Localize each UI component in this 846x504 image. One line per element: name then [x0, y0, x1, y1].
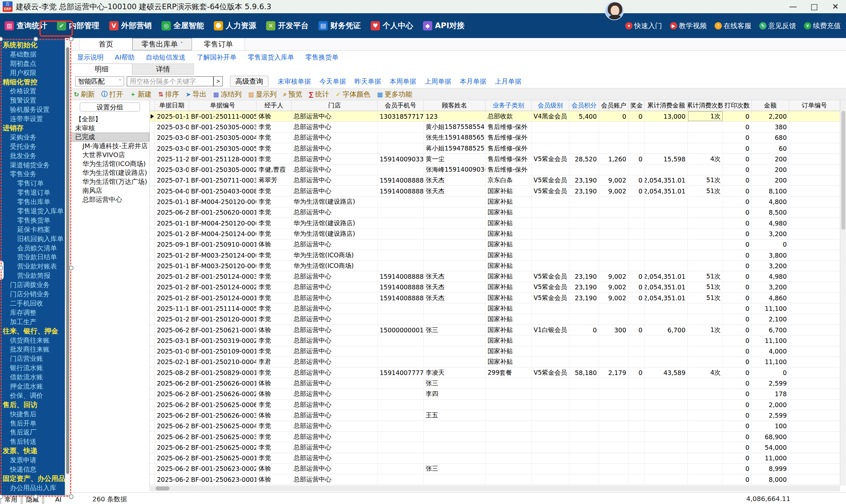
quick-filter-今天单据[interactable]: 今天单据 — [320, 77, 346, 86]
column-header-handler[interactable]: 经手人 — [257, 100, 292, 111]
cell-subcat[interactable] — [486, 410, 532, 420]
horizontal-scrollbar-thumb[interactable] — [156, 486, 170, 490]
cell-date[interactable]: 2025-01-24 — [155, 282, 189, 292]
cell-account[interactable] — [599, 122, 628, 132]
cell-date[interactable]: 2025-06-23 — [155, 464, 189, 474]
cell-bonus[interactable] — [628, 218, 645, 228]
cell-prints[interactable]: 0 — [723, 367, 752, 378]
cell-store[interactable]: 总部运营中心 — [292, 410, 378, 420]
menu-link-support[interactable]: ?在线客服 — [714, 21, 751, 31]
cell-subcat[interactable]: 国家补贴 — [486, 282, 532, 292]
cell-no[interactable]: BF-001-250305-0002 — [189, 164, 257, 175]
cell-store[interactable]: 总部运营中心 — [292, 143, 378, 154]
cell-customer[interactable] — [424, 335, 486, 346]
cell-phone[interactable]: 15914007777 — [378, 367, 424, 378]
table-row[interactable]: 2025-07-11BF-001-250711-0003蒋翠芳总部运营中心159… — [150, 175, 840, 186]
table-row[interactable]: 2025-11-14BF-001-251114-0005李觉总部运营中心国家补贴… — [150, 303, 840, 314]
cell-order_no[interactable] — [789, 260, 840, 271]
cell-account[interactable] — [599, 421, 628, 431]
cell-bonus[interactable] — [628, 122, 645, 132]
cell-level[interactable] — [532, 208, 569, 218]
cell-cum_amount[interactable] — [645, 229, 688, 239]
cell-handler[interactable]: 李觉 — [257, 143, 292, 154]
cell-bonus[interactable] — [628, 421, 645, 431]
menu-item-smart-home[interactable]: ◎全屋智能 — [161, 20, 204, 31]
cell-bonus[interactable] — [628, 143, 645, 154]
cell-cum_times[interactable]: 51次 — [688, 175, 723, 185]
cell-store[interactable]: 总部运营中心 — [292, 239, 378, 250]
cell-account[interactable] — [599, 442, 628, 452]
cell-bonus[interactable]: 0 — [628, 293, 645, 303]
cell-date[interactable]: 2025-08-29 — [155, 367, 189, 378]
cell-store[interactable]: 总部运营中心 — [292, 367, 378, 378]
cell-customer[interactable] — [424, 260, 486, 271]
cell-prints[interactable]: 0 — [723, 453, 752, 463]
cell-points[interactable] — [569, 314, 599, 324]
cell-points[interactable]: 28,520 — [569, 154, 599, 164]
cell-store[interactable]: 华为生活馆(建设路店) — [292, 229, 378, 239]
cell-handler[interactable]: 李觉 — [257, 442, 292, 452]
cell-amount[interactable]: 3,800 — [752, 250, 789, 260]
cell-prints[interactable]: 0 — [723, 421, 752, 431]
cell-bonus[interactable] — [628, 346, 645, 357]
cell-handler[interactable]: 李觉 — [257, 282, 292, 292]
cell-phone[interactable] — [378, 335, 424, 346]
cell-cum_amount[interactable] — [645, 218, 688, 228]
cell-order_no[interactable] — [789, 208, 840, 218]
cell-customer[interactable]: 张天杰 — [424, 282, 486, 292]
cell-phone[interactable] — [378, 143, 424, 154]
cell-no[interactable]: BF-M003-250124-0001 — [189, 250, 257, 260]
cell-subcat[interactable]: 国家补贴 — [486, 335, 532, 346]
column-header-customer[interactable]: 顾客姓名 — [424, 100, 486, 111]
search-go-button[interactable]: > — [213, 76, 223, 86]
cell-store[interactable]: 总部运营中心 — [292, 442, 378, 452]
cell-prints[interactable]: 0 — [723, 314, 752, 324]
column-header-points[interactable]: 会员积分 — [569, 100, 599, 111]
cell-order_no[interactable] — [789, 186, 840, 196]
cell-order_no[interactable] — [789, 293, 840, 303]
cell-store[interactable]: 总部运营中心 — [292, 154, 378, 164]
cell-bonus[interactable] — [628, 314, 645, 324]
cell-order_no[interactable] — [789, 325, 840, 335]
cell-customer[interactable]: 张三 — [424, 464, 486, 474]
cell-bonus[interactable]: 0 — [628, 325, 645, 335]
table-row[interactable]: 2025-06-26BF-001-250626-0002体验总部运营中心李四01… — [150, 389, 840, 399]
cell-handler[interactable]: 李君 — [257, 357, 292, 367]
cell-customer[interactable] — [424, 346, 486, 357]
cell-amount[interactable]: 8,000 — [752, 474, 789, 485]
row-selector-cell[interactable] — [150, 389, 155, 399]
cell-prints[interactable]: 0 — [723, 218, 752, 228]
toolbar-show-columns[interactable]: ▥显示列 — [248, 90, 277, 99]
cell-order_no[interactable] — [789, 442, 840, 452]
cell-cum_times[interactable] — [688, 378, 723, 388]
cell-handler[interactable]: 李觉 — [257, 335, 292, 346]
link-AI帮助[interactable]: AI帮助 — [115, 53, 135, 62]
cell-cum_times[interactable] — [688, 442, 723, 452]
menu-link-video[interactable]: ▶教学视频 — [670, 21, 707, 31]
cell-cum_amount[interactable]: 2,054,351.01 — [645, 282, 688, 292]
cell-store[interactable]: 华为生活馆(ICO商场) — [292, 250, 378, 260]
cell-no[interactable]: BF-001-250623-0002 — [189, 464, 257, 474]
table-row[interactable]: 2025-01-24BF-001-250124-0001李觉总部运营中心1591… — [150, 293, 840, 303]
cell-account[interactable] — [599, 132, 628, 143]
table-row[interactable]: 2025-06-25BF-001-250625-0003李觉总部运营中心068,… — [150, 432, 840, 442]
cell-phone[interactable] — [378, 453, 424, 463]
cell-phone[interactable]: 15914008888 — [378, 271, 424, 282]
cell-store[interactable]: 总部运营中心 — [292, 399, 378, 410]
cell-no[interactable]: BF-001-250829-0001 — [189, 367, 257, 378]
cell-cum_amount[interactable]: 2,054,351.01 — [645, 271, 688, 282]
cell-bonus[interactable]: 0 — [628, 282, 645, 292]
cell-cum_times[interactable] — [688, 346, 723, 357]
column-header-account[interactable]: 会员账户 — [599, 100, 628, 111]
cell-date[interactable]: 2025-01-19 — [155, 218, 189, 228]
tab-首页[interactable]: 首页 — [80, 38, 133, 50]
cell-bonus[interactable] — [628, 229, 645, 239]
toolbar-freeze-columns[interactable]: ▦冻结列 — [213, 90, 242, 99]
cell-date[interactable]: 2025-01-24 — [155, 229, 189, 239]
cell-bonus[interactable]: 0 — [628, 154, 645, 164]
cell-store[interactable]: 总部运营中心 — [292, 474, 378, 485]
table-row[interactable]: 2025-06-26BF-001-250626-0003体验总部运营中心王五02… — [150, 410, 840, 421]
cell-date[interactable]: 2025-03-05 — [155, 164, 189, 175]
table-row[interactable]: 2025-11-28BF-001-251128-0001李觉总部运营中心1591… — [150, 154, 840, 164]
cell-no[interactable]: BF-001-250305-0005 — [189, 143, 257, 154]
